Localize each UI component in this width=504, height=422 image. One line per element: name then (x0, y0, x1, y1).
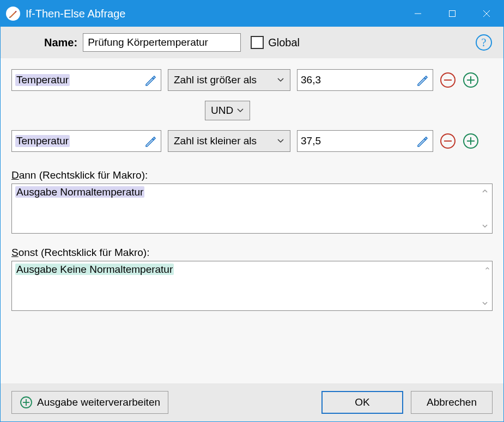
operator-select[interactable]: Zahl ist größer als (168, 69, 290, 91)
sonst-macro: Ausgabe Keine Normaltemperatur (15, 264, 174, 275)
variable-name: Temperatur (15, 74, 70, 86)
cancel-button[interactable]: Abbrechen (411, 391, 493, 414)
svg-point-0 (9, 17, 10, 18)
join-operator-label: UND (211, 105, 233, 117)
condition-row: Temperatur Zahl ist größer als 36,3 (11, 69, 493, 91)
join-row: UND (11, 95, 493, 130)
content-area: Temperatur Zahl ist größer als 36,3 (1, 58, 503, 383)
operator-label: Zahl ist größer als (174, 74, 257, 86)
variable-name: Temperatur (15, 135, 70, 147)
scroll-down-icon[interactable] (480, 221, 490, 231)
dann-macro: Ausgabe Normaltemperatur (15, 186, 144, 198)
edit-icon[interactable] (144, 74, 157, 87)
dialog-window: If-Then-Else Abfrage Name: Global ? Temp… (0, 0, 504, 422)
window-close-button[interactable] (469, 1, 503, 27)
remove-condition-button[interactable] (440, 133, 456, 149)
join-operator-select[interactable]: UND (205, 101, 250, 120)
chevron-down-icon (277, 135, 284, 147)
value-text: 37,5 (301, 135, 321, 147)
scroll-up-icon[interactable] (480, 264, 490, 273)
dann-textbox[interactable]: Ausgabe Normaltemperatur (11, 184, 493, 234)
sonst-label: Sonst (Rechtsklick für Makro): (11, 247, 493, 259)
variable-field[interactable]: Temperatur (11, 69, 161, 91)
edit-icon[interactable] (416, 134, 429, 148)
window-title: If-Then-Else Abfrage (26, 8, 125, 20)
name-label: Name: (44, 36, 77, 49)
help-button[interactable]: ? (475, 34, 493, 51)
chevron-down-icon (277, 74, 284, 86)
chevron-down-icon (236, 105, 244, 117)
condition-row: Temperatur Zahl ist kleiner als 37,5 (11, 130, 493, 152)
app-icon (6, 7, 20, 21)
edit-icon[interactable] (416, 74, 429, 87)
value-text: 36,3 (301, 74, 321, 86)
add-condition-button[interactable] (463, 133, 479, 149)
header-row: Name: Global ? (1, 27, 503, 58)
operator-select[interactable]: Zahl ist kleiner als (168, 130, 290, 152)
scroll-down-icon[interactable] (480, 298, 490, 308)
window-minimize-button[interactable] (400, 1, 435, 27)
remove-condition-button[interactable] (440, 72, 456, 88)
scroll-up-icon[interactable] (480, 186, 490, 196)
process-output-button[interactable]: Ausgabe weiterverarbeiten (11, 391, 168, 414)
process-output-label: Ausgabe weiterverarbeiten (37, 396, 160, 408)
global-label: Global (268, 36, 300, 49)
dann-label: Dann (Rechtsklick für Makro): (11, 169, 493, 181)
add-condition-button[interactable] (463, 72, 479, 88)
value-field[interactable]: 37,5 (297, 130, 433, 152)
svg-rect-2 (449, 11, 455, 17)
edit-icon[interactable] (144, 134, 157, 148)
value-field[interactable]: 36,3 (297, 69, 433, 91)
titlebar: If-Then-Else Abfrage (1, 1, 503, 27)
sonst-textbox[interactable]: Ausgabe Keine Normaltemperatur (11, 261, 493, 311)
svg-text:?: ? (482, 36, 487, 48)
ok-button[interactable]: OK (321, 391, 403, 414)
footer: Ausgabe weiterverarbeiten OK Abbrechen (1, 383, 503, 421)
name-input[interactable] (83, 33, 241, 52)
variable-field[interactable]: Temperatur (11, 130, 161, 152)
operator-label: Zahl ist kleiner als (174, 135, 257, 147)
window-maximize-button[interactable] (435, 1, 469, 27)
plus-icon (20, 396, 33, 409)
global-checkbox[interactable] (251, 36, 264, 49)
